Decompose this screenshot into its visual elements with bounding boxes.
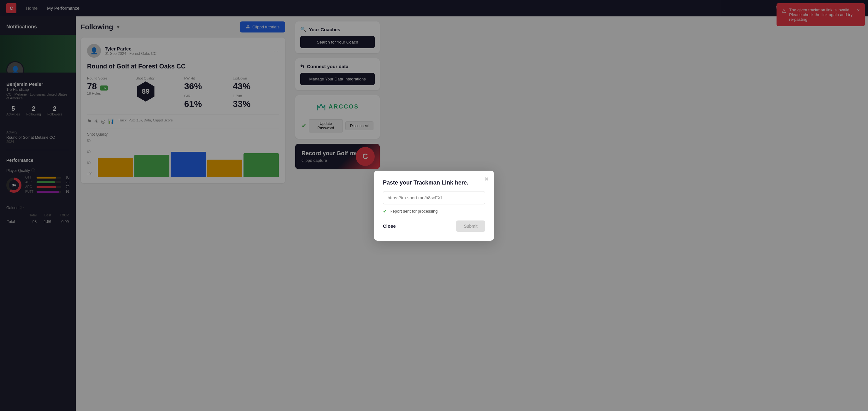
modal-submit-button[interactable]: Submit bbox=[456, 220, 485, 232]
trackman-modal: Paste your Trackman Link here. ✕ ✔ Repor… bbox=[374, 171, 494, 241]
success-check-icon: ✔ bbox=[383, 208, 387, 214]
modal-success-message: ✔ Report sent for processing bbox=[383, 208, 485, 214]
trackman-link-input[interactable] bbox=[383, 191, 485, 204]
success-text: Report sent for processing bbox=[390, 209, 437, 214]
modal-close-button[interactable]: Close bbox=[383, 223, 396, 229]
modal-close-x-button[interactable]: ✕ bbox=[484, 176, 489, 183]
modal-actions: Close Submit bbox=[383, 220, 485, 232]
modal-overlay: Paste your Trackman Link here. ✕ ✔ Repor… bbox=[0, 0, 868, 411]
modal-title: Paste your Trackman Link here. bbox=[383, 180, 485, 186]
